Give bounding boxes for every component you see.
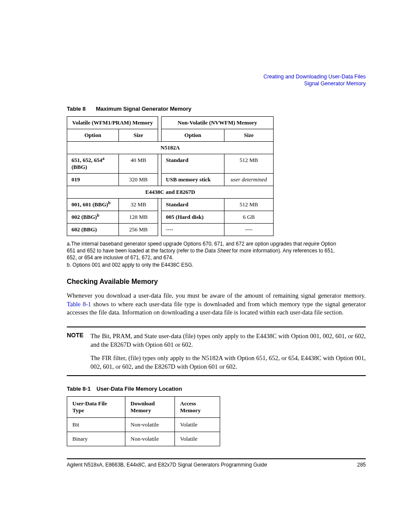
note-label: NOTE: [67, 332, 90, 371]
note-text: The Bit, PRAM, and State user-data (file…: [90, 332, 366, 371]
loc-h2: Download Memory: [125, 397, 175, 418]
table-8-title: Maximum Signal Generator Memory: [96, 106, 191, 112]
footnotes: a.The internal baseband generator speed …: [67, 240, 342, 268]
header-section-link[interactable]: Signal Generator Memory: [263, 80, 366, 87]
row1-size: 40 MB: [118, 154, 158, 174]
row5-nvoption: ----: [162, 224, 224, 236]
row1-nvsize: 512 MB: [224, 154, 274, 174]
section-n5182a: N5182A: [67, 142, 274, 154]
checking-memory-paragraph: Whenever you download a user-data file, …: [67, 292, 366, 317]
table-row: Bit Non-volatile Volatile: [67, 418, 220, 432]
table-8-1-title: User-Data File Memory Location: [97, 386, 182, 392]
table-row: 002 (BBG)b 128 MB 005 (Hard disk) 6 GB: [67, 211, 274, 224]
row5-option: 602 (BBG): [67, 224, 119, 236]
row4-nvoption: 005 (Hard disk): [162, 211, 224, 224]
row2-size: 320 MB: [118, 174, 158, 186]
table-8-1-number: Table 8-1: [67, 386, 90, 392]
row4-nvsize: 6 GB: [224, 211, 274, 224]
table-row: 019 320 MB USB memory stick user determi…: [67, 174, 274, 186]
row4-size: 128 MB: [118, 211, 158, 224]
cell: Volatile: [175, 418, 220, 432]
row2-option: 019: [67, 174, 119, 186]
loc-h1: User-Data File Type: [67, 397, 125, 418]
loc-h3: Access Memory: [175, 397, 220, 418]
page-header-links: Creating and Downloading User-Data Files…: [263, 73, 366, 87]
col-option-1: Option: [67, 129, 119, 142]
table-row: Binary Non-volatile Volatile: [67, 432, 220, 446]
cell: Bit: [67, 418, 125, 432]
col-size-2: Size: [224, 129, 274, 142]
col-size-1: Size: [118, 129, 158, 142]
row1-nvoption: Standard: [162, 154, 224, 174]
cell: Binary: [67, 432, 125, 446]
table-row: 651, 652, 654a (BBG) 40 MB Standard 512 …: [67, 154, 274, 174]
nonvolatile-header: Non-Volatile (NVWFM) Memory: [162, 117, 274, 129]
note-paragraph-2: The FIR filter, (file) types only apply …: [90, 354, 366, 371]
table-8-caption: Table 8 Maximum Signal Generator Memory: [67, 106, 366, 112]
page-number: 285: [357, 462, 366, 468]
header-chapter-link[interactable]: Creating and Downloading User-Data Files: [263, 73, 366, 80]
row5-size: 256 MB: [118, 224, 158, 236]
table-8-1-caption: Table 8-1 User-Data File Memory Location: [67, 386, 366, 392]
note-paragraph-1: The Bit, PRAM, and State user-data (file…: [90, 332, 366, 349]
table-8-1: User-Data File Type Download Memory Acce…: [67, 396, 220, 446]
cell: Non-volatile: [125, 418, 175, 432]
table-8-1-link[interactable]: Table 8-1: [67, 301, 91, 308]
table-8: Volatile (WFM1/PRAM) Memory Non-Volatile…: [67, 116, 274, 236]
checking-memory-heading: Checking Available Memory: [67, 278, 366, 286]
row1-option: 651, 652, 654a (BBG): [67, 154, 119, 174]
footnote-b: b. Options 001 and 002 apply to only the…: [67, 261, 342, 268]
page-footer: Agilent N518xA, E8663B, E44x8C, and E82x…: [67, 458, 366, 468]
row3-nvsize: 512 MB: [224, 199, 274, 211]
row2-nvoption: USB memory stick: [162, 174, 224, 186]
table-row: 602 (BBG) 256 MB ---- ----: [67, 224, 274, 236]
table-row: 001, 601 (BBG)b 32 MB Standard 512 MB: [67, 199, 274, 211]
row3-nvoption: Standard: [162, 199, 224, 211]
footnote-a: a.The internal baseband generator speed …: [67, 240, 342, 261]
row3-option: 001, 601 (BBG)b: [67, 199, 119, 211]
col-option-2: Option: [162, 129, 224, 142]
section-e4438c-e8267d: E4438C and E8267D: [67, 186, 274, 199]
note-block: NOTE The Bit, PRAM, and State user-data …: [67, 327, 366, 376]
row5-nvsize: ----: [224, 224, 274, 236]
row3-size: 32 MB: [118, 199, 158, 211]
table-8-number: Table 8: [67, 106, 86, 112]
footer-guide-title: Agilent N518xA, E8663B, E44x8C, and E82x…: [67, 462, 267, 468]
document-page: Creating and Downloading User-Data Files…: [0, 0, 411, 532]
volatile-header: Volatile (WFM1/PRAM) Memory: [67, 117, 158, 129]
row4-option: 002 (BBG)b: [67, 211, 119, 224]
cell: Volatile: [175, 432, 220, 446]
cell: Non-volatile: [125, 432, 175, 446]
row2-nvsize: user determined: [224, 174, 274, 186]
